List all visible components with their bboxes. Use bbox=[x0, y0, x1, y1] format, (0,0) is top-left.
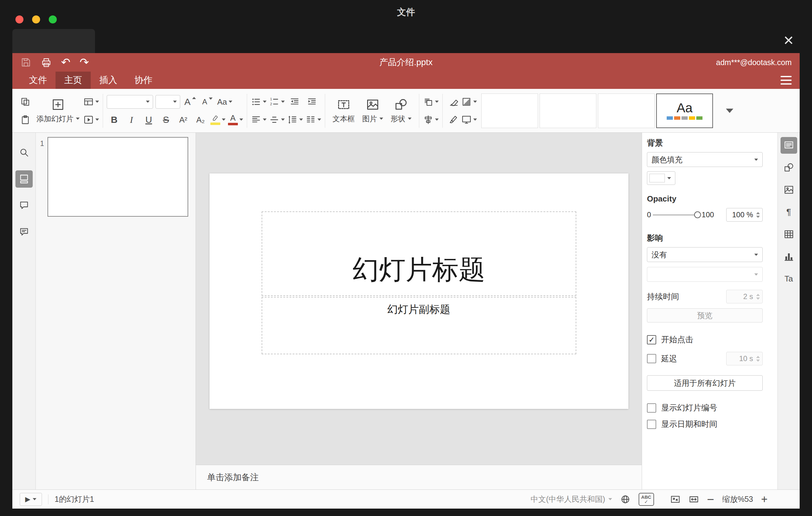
arrange-shape-button[interactable] bbox=[423, 94, 439, 109]
comments-button[interactable] bbox=[16, 197, 33, 214]
increase-font-button[interactable]: A bbox=[183, 94, 198, 109]
table-settings-button[interactable] bbox=[781, 226, 797, 242]
align-shape-button[interactable] bbox=[423, 112, 439, 127]
columns-button[interactable] bbox=[306, 112, 321, 127]
ribbon-tabs: 文件 主页 插入 协作 bbox=[12, 71, 800, 89]
tab-home[interactable]: 主页 bbox=[56, 71, 91, 89]
zoom-out-button[interactable]: − bbox=[707, 493, 714, 506]
slide-title-placeholder[interactable]: 幻灯片标题 bbox=[262, 211, 576, 296]
numbering-button[interactable]: 12 bbox=[269, 94, 285, 109]
clear-style-button[interactable] bbox=[446, 94, 461, 109]
document-language-icon[interactable] bbox=[620, 494, 631, 505]
feedback-button[interactable] bbox=[16, 224, 33, 241]
save-icon[interactable] bbox=[20, 57, 31, 68]
theme-tile-selected[interactable]: Aa bbox=[656, 93, 713, 128]
zoom-in-button[interactable]: + bbox=[761, 494, 767, 505]
change-case-button[interactable]: Aa bbox=[217, 94, 232, 109]
slide-1[interactable]: 幻灯片标题 幻灯片副标题 bbox=[209, 173, 629, 409]
tab-file[interactable]: 文件 bbox=[20, 71, 56, 89]
copy-style-button[interactable] bbox=[446, 112, 461, 127]
numbering-icon: 12 bbox=[269, 96, 280, 107]
change-case-icon: Aa bbox=[217, 98, 227, 106]
background-fill-select[interactable]: 颜色填充 bbox=[647, 152, 763, 167]
apply-to-all-slides-button[interactable]: 适用于所有幻灯片 bbox=[647, 375, 763, 391]
decrease-indent-button[interactable] bbox=[287, 94, 302, 109]
increase-indent-button[interactable] bbox=[304, 94, 319, 109]
insert-textbox-button[interactable]: 文本框 bbox=[329, 92, 358, 129]
redo-icon[interactable]: ↷ bbox=[80, 57, 89, 68]
shape-settings-button[interactable] bbox=[781, 159, 797, 176]
paragraph-settings-button[interactable]: ¶ bbox=[781, 204, 797, 220]
close-icon[interactable]: × bbox=[779, 31, 798, 49]
delay-checkbox[interactable]: 延迟 bbox=[647, 353, 677, 364]
bold-button[interactable]: B bbox=[107, 112, 121, 127]
duration-input[interactable]: 2 s bbox=[726, 290, 763, 304]
add-slide-label: 添加幻灯片 bbox=[36, 114, 74, 124]
highlight-pen-icon bbox=[211, 114, 220, 122]
theme-tile-2[interactable] bbox=[540, 93, 596, 128]
horizontal-align-button[interactable] bbox=[251, 112, 266, 127]
insert-shape-button[interactable]: 形状 bbox=[387, 92, 415, 129]
slide-layout-button[interactable] bbox=[83, 94, 99, 109]
copy-button[interactable] bbox=[18, 94, 33, 109]
show-slide-number-checkbox[interactable]: 显示幻灯片编号 bbox=[647, 402, 763, 413]
slide-canvas[interactable]: 幻灯片标题 幻灯片副标题 bbox=[196, 133, 642, 465]
bullets-button[interactable] bbox=[251, 94, 266, 109]
slides-panel-button[interactable] bbox=[16, 170, 33, 188]
slide-size-button[interactable] bbox=[461, 112, 477, 127]
fit-slide-icon[interactable] bbox=[670, 494, 680, 505]
italic-button[interactable]: I bbox=[124, 112, 139, 127]
spellcheck-icon[interactable]: ABC ✓ bbox=[639, 493, 654, 506]
add-slide-button[interactable]: 添加幻灯片 bbox=[33, 92, 83, 129]
theme-gallery-expand-icon[interactable] bbox=[726, 109, 733, 113]
opacity-slider-handle[interactable] bbox=[694, 211, 701, 218]
theme-tile-3[interactable] bbox=[598, 93, 655, 128]
effect-select[interactable]: 没有 bbox=[647, 247, 763, 262]
textart-settings-button[interactable]: Ta bbox=[781, 270, 797, 287]
menu-icon[interactable] bbox=[781, 76, 792, 85]
color-scheme-button[interactable] bbox=[461, 94, 477, 109]
search-button[interactable] bbox=[16, 144, 33, 161]
start-on-click-checkbox[interactable]: ✓ 开始点击 bbox=[647, 334, 763, 345]
print-icon[interactable] bbox=[41, 57, 52, 68]
insert-image-button[interactable]: 图片 bbox=[358, 92, 387, 129]
shape-label: 形状 bbox=[390, 114, 405, 124]
start-slideshow-button[interactable] bbox=[83, 112, 99, 127]
slide-subtitle-placeholder[interactable]: 幻灯片副标题 bbox=[262, 297, 576, 354]
show-date-time-checkbox[interactable]: 显示日期和时间 bbox=[647, 419, 763, 430]
background-color-select[interactable] bbox=[647, 171, 675, 185]
image-settings-button[interactable] bbox=[781, 181, 797, 198]
opacity-value: 100 % bbox=[732, 210, 753, 219]
arrange-group bbox=[423, 94, 439, 127]
fit-width-icon[interactable] bbox=[689, 494, 699, 505]
slide-thumbnail-1[interactable] bbox=[48, 137, 188, 217]
line-spacing-button[interactable] bbox=[287, 112, 303, 127]
strikeout-button[interactable]: S bbox=[158, 112, 173, 127]
color-scheme-icon bbox=[461, 96, 472, 107]
decrease-font-button[interactable]: A bbox=[200, 94, 215, 109]
font-color-button[interactable]: A bbox=[228, 112, 243, 127]
opacity-slider[interactable] bbox=[653, 211, 700, 219]
tab-collaboration[interactable]: 协作 bbox=[126, 71, 161, 89]
preview-button[interactable]: 预览 bbox=[647, 308, 763, 322]
chart-settings-button[interactable] bbox=[781, 248, 797, 265]
opacity-input[interactable]: 100 % bbox=[726, 208, 763, 222]
underline-button[interactable]: U bbox=[141, 112, 156, 127]
tab-insert[interactable]: 插入 bbox=[91, 71, 126, 89]
slide-settings-button[interactable] bbox=[781, 137, 797, 154]
theme-tile-1[interactable] bbox=[481, 93, 538, 128]
language-select[interactable]: 中文(中华人民共和国) bbox=[531, 494, 612, 504]
subscript-button[interactable]: A₂ bbox=[193, 112, 208, 127]
effect-option-select[interactable] bbox=[647, 267, 763, 282]
paste-button[interactable] bbox=[18, 112, 33, 127]
superscript-button[interactable]: A² bbox=[176, 112, 191, 127]
vertical-align-button[interactable] bbox=[269, 112, 285, 127]
undo-icon[interactable]: ↶ bbox=[61, 57, 70, 68]
font-name-select[interactable] bbox=[107, 95, 153, 109]
highlight-color-button[interactable] bbox=[210, 112, 226, 127]
font-size-select[interactable] bbox=[155, 95, 180, 109]
delay-input[interactable]: 10 s bbox=[726, 352, 763, 365]
notes-area[interactable]: 单击添加备注 bbox=[196, 465, 642, 489]
theme-color-swatches bbox=[667, 116, 702, 120]
start-slideshow-statusbar-button[interactable]: ▶ bbox=[20, 493, 42, 506]
